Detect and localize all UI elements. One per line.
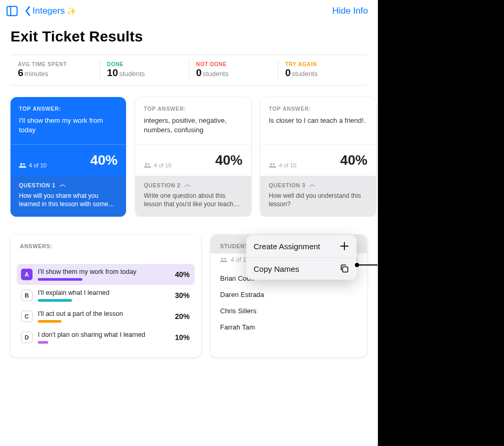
chevron-down-icon (184, 184, 191, 187)
answer-row[interactable]: D I don't plan on sharing what I learned… (17, 327, 195, 348)
chevron-down-icon (309, 184, 316, 187)
stat-item: DONE 10students (100, 55, 189, 85)
stat-unit: students (203, 70, 228, 78)
svg-rect-0 (7, 6, 17, 15)
svg-point-6 (270, 163, 272, 165)
answer-percent: 30% (175, 291, 190, 300)
answer-badge: B (21, 290, 33, 301)
sidebar-icon[interactable] (6, 6, 18, 16)
card-count: 4 of 10 (19, 162, 47, 168)
student-row[interactable]: Chris Sillers (220, 303, 358, 319)
create-assignment-button[interactable]: Create Assignment (246, 235, 356, 257)
question-text: How well did you understand this lesson? (269, 192, 368, 208)
student-row[interactable]: Daren Estrada (220, 286, 358, 303)
question-label: QUESTION 1 (19, 182, 118, 188)
answer-text: I'll explain what I learned (38, 289, 170, 296)
top-bar-left: Integers ✨ (6, 5, 77, 17)
question-cards: TOP ANSWER: I'll show them my work from … (0, 86, 377, 217)
card-mid: 4 of 10 40% (10, 144, 126, 176)
svg-point-4 (145, 163, 147, 165)
answer-row[interactable]: C I'll act out a part of the lesson 20% (17, 306, 195, 327)
card-bottom: QUESTION 1 How will you share what you l… (10, 176, 126, 217)
answer-body: I'll show them my work from today (38, 268, 170, 281)
top-answer-text: integers, positive, negative, numbers, c… (144, 116, 243, 139)
question-card-3[interactable]: TOP ANSWER: Is closer to I can teach a f… (260, 97, 376, 217)
question-card-1[interactable]: TOP ANSWER: I'll show them my work from … (10, 97, 126, 217)
answer-row[interactable]: B I'll explain what I learned 30% (17, 285, 195, 306)
sparkle-icon: ✨ (67, 6, 77, 16)
create-assignment-label: Create Assignment (254, 242, 320, 251)
card-mid: 4 of 10 40% (135, 144, 251, 176)
question-card-2[interactable]: TOP ANSWER: integers, positive, negative… (135, 97, 251, 217)
chevron-down-icon (59, 184, 66, 187)
answer-bar (38, 341, 48, 344)
card-percent: 40% (340, 152, 368, 168)
copy-icon (340, 264, 349, 273)
svg-point-8 (222, 258, 224, 260)
card-percent: 40% (90, 152, 118, 168)
question-label: QUESTION 3 (269, 182, 368, 188)
chevron-left-icon (24, 5, 32, 17)
svg-point-5 (148, 163, 150, 165)
card-bottom: QUESTION 2 Write one question about this… (135, 176, 251, 217)
answer-bar (38, 320, 61, 323)
stat-unit: students (292, 70, 318, 78)
stat-value-row: 10students (107, 67, 182, 79)
card-mid: 4 of 10 40% (260, 144, 376, 176)
answer-bar (38, 278, 82, 281)
card-bottom: QUESTION 3 How well did you understand t… (260, 176, 376, 217)
svg-point-7 (273, 163, 275, 165)
top-answer-label: TOP ANSWER: (269, 105, 368, 112)
question-label: QUESTION 2 (144, 182, 243, 188)
stat-item: NOT DONE 0students (189, 55, 278, 85)
copy-names-button[interactable]: Copy Names (246, 257, 356, 280)
top-bar: Integers ✨ Hide Info (0, 0, 377, 21)
stats-bar: AVG TIME SPENT 6minutesDONE 10studentsNO… (10, 55, 367, 86)
people-icon (269, 163, 276, 168)
students-count: 4 of 10 (220, 256, 250, 263)
card-percent: 40% (215, 152, 243, 168)
answer-text: I don't plan on sharing what I learned (38, 331, 170, 338)
stat-value: 6 (18, 67, 24, 78)
card-top: TOP ANSWER: integers, positive, negative… (135, 97, 251, 144)
answer-percent: 20% (175, 312, 190, 321)
hide-info-button[interactable]: Hide Info (332, 6, 368, 16)
answer-bar (38, 299, 72, 302)
context-menu: Create Assignment Copy Names (246, 235, 356, 280)
answer-body: I don't plan on sharing what I learned (38, 331, 170, 344)
people-icon (144, 163, 151, 168)
card-top: TOP ANSWER: Is closer to I can teach a f… (260, 97, 376, 144)
stat-value-row: 0students (196, 67, 271, 79)
copy-names-label: Copy Names (254, 264, 299, 273)
stat-unit: students (119, 70, 145, 78)
question-text: How will you share what you learned in t… (19, 192, 118, 208)
student-list: Brian CookDaren EstradaChris SillersFarr… (211, 270, 367, 345)
stat-item: TRY AGAIN 0students (278, 55, 367, 85)
svg-point-9 (224, 258, 226, 260)
answer-body: I'll explain what I learned (38, 289, 170, 302)
people-icon (19, 163, 26, 168)
stat-value-row: 6minutes (18, 67, 92, 79)
question-text: Write one question about this lesson tha… (144, 192, 243, 208)
stat-value-row: 0students (285, 67, 360, 79)
svg-point-3 (23, 163, 25, 165)
answers-list: A I'll show them my work from today 40% … (10, 253, 201, 357)
card-count: 4 of 10 (269, 162, 297, 168)
svg-rect-14 (343, 267, 348, 272)
annotation-lead-line (357, 264, 378, 266)
card-top: TOP ANSWER: I'll show them my work from … (10, 97, 126, 144)
back-button[interactable]: Integers ✨ (24, 5, 77, 17)
answer-text: I'll show them my work from today (38, 268, 170, 275)
answer-body: I'll act out a part of the lesson (38, 310, 170, 323)
stat-label: DONE (107, 61, 182, 67)
student-row[interactable]: Farrah Tam (220, 319, 358, 335)
top-answer-label: TOP ANSWER: (19, 105, 118, 112)
answer-text: I'll act out a part of the lesson (38, 310, 170, 317)
stat-value: 0 (196, 67, 202, 78)
stat-unit: minutes (25, 70, 49, 78)
plus-icon (340, 241, 349, 251)
stat-value: 0 (285, 67, 291, 78)
people-icon (220, 257, 227, 262)
answer-row[interactable]: A I'll show them my work from today 40% (17, 264, 195, 285)
page-title: Exit Ticket Results (0, 21, 377, 55)
